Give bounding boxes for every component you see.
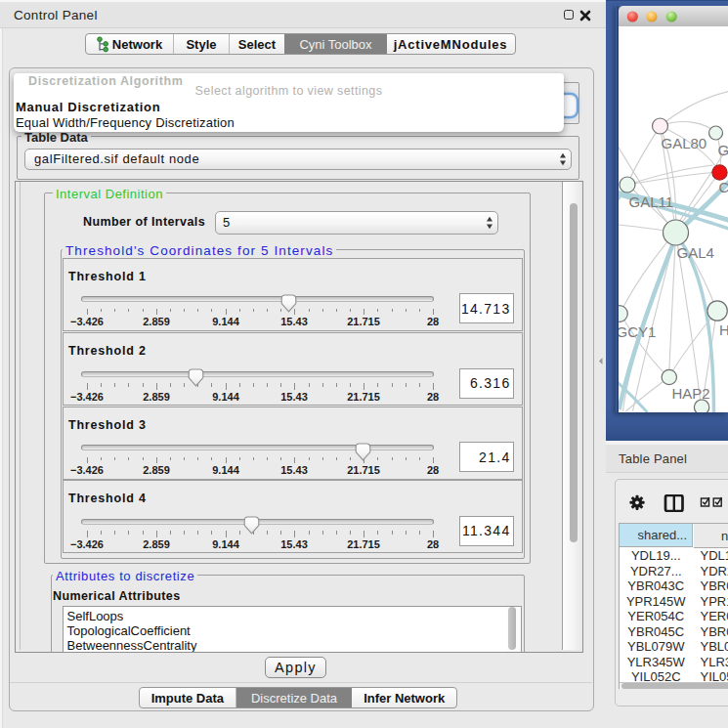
svg-text:GAL4: GAL4 xyxy=(676,244,713,261)
svg-text:GAL80: GAL80 xyxy=(661,135,707,151)
svg-text:H: H xyxy=(719,321,728,338)
svg-text:GCY1: GCY1 xyxy=(619,323,656,340)
svg-text:G.: G. xyxy=(717,142,728,158)
svg-text:GAL11: GAL11 xyxy=(628,193,673,210)
svg-text:HAP2: HAP2 xyxy=(671,385,709,402)
svg-text:C: C xyxy=(718,179,728,195)
